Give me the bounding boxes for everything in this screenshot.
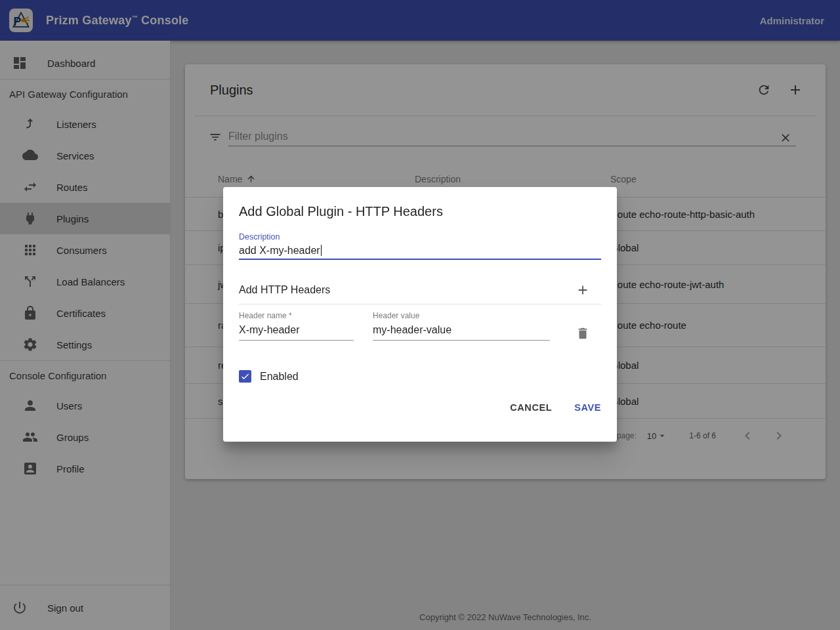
plus-icon — [576, 283, 590, 297]
enabled-checkbox[interactable] — [239, 370, 251, 383]
enabled-label: Enabled — [260, 371, 299, 383]
save-button[interactable]: SAVE — [574, 402, 601, 413]
divider — [239, 304, 601, 304]
header-name-input[interactable]: X-my-header — [239, 324, 354, 341]
description-label: Description — [239, 232, 601, 242]
add-plugin-dialog: Add Global Plugin - HTTP Headers Descrip… — [223, 187, 617, 442]
trash-icon — [576, 326, 590, 341]
delete-header-button[interactable] — [575, 326, 591, 341]
checkmark-icon — [240, 371, 250, 381]
http-headers-section-label: Add HTTP Headers — [239, 284, 575, 296]
dialog-title: Add Global Plugin - HTTP Headers — [239, 203, 601, 220]
header-name-label: Header name * — [239, 311, 354, 320]
text-cursor — [321, 245, 322, 256]
header-value-input[interactable]: my-header-value — [373, 324, 550, 341]
description-input[interactable]: add X-my-header — [239, 245, 601, 260]
add-header-button[interactable] — [575, 282, 591, 298]
cancel-button[interactable]: CANCEL — [510, 402, 552, 413]
header-value-label: Header value — [373, 311, 550, 320]
